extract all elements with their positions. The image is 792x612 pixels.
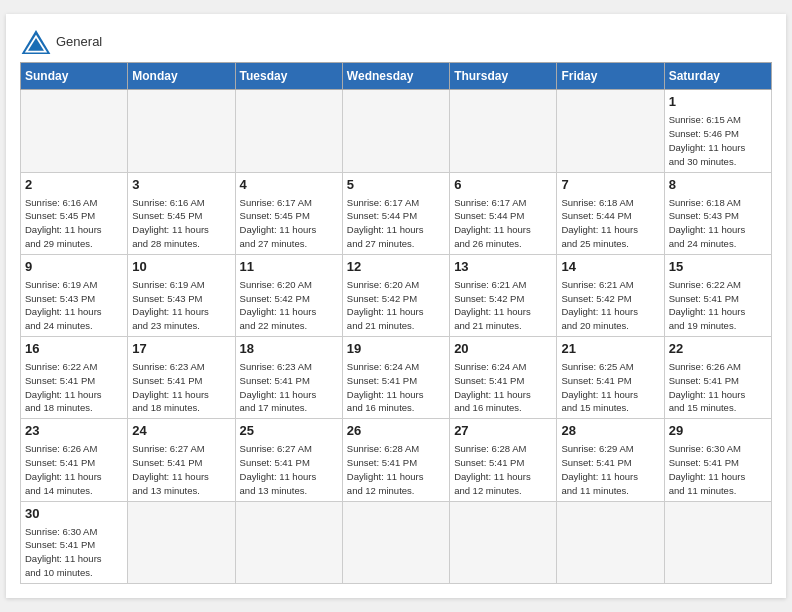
weekday-header-thursday: Thursday (450, 63, 557, 90)
day-info: Sunrise: 6:21 AM Sunset: 5:42 PM Dayligh… (561, 278, 659, 333)
calendar-cell (235, 90, 342, 172)
day-info: Sunrise: 6:16 AM Sunset: 5:45 PM Dayligh… (25, 196, 123, 251)
day-number: 15 (669, 258, 767, 276)
day-info: Sunrise: 6:26 AM Sunset: 5:41 PM Dayligh… (25, 442, 123, 497)
calendar-cell (450, 501, 557, 583)
day-number: 25 (240, 422, 338, 440)
day-info: Sunrise: 6:28 AM Sunset: 5:41 PM Dayligh… (347, 442, 445, 497)
day-number: 19 (347, 340, 445, 358)
day-info: Sunrise: 6:23 AM Sunset: 5:41 PM Dayligh… (240, 360, 338, 415)
day-info: Sunrise: 6:20 AM Sunset: 5:42 PM Dayligh… (240, 278, 338, 333)
day-info: Sunrise: 6:22 AM Sunset: 5:41 PM Dayligh… (25, 360, 123, 415)
logo-text: General (56, 35, 102, 49)
calendar-cell: 8Sunrise: 6:18 AM Sunset: 5:43 PM Daylig… (664, 172, 771, 254)
day-info: Sunrise: 6:22 AM Sunset: 5:41 PM Dayligh… (669, 278, 767, 333)
day-info: Sunrise: 6:28 AM Sunset: 5:41 PM Dayligh… (454, 442, 552, 497)
calendar-cell (128, 501, 235, 583)
day-number: 23 (25, 422, 123, 440)
calendar-cell: 21Sunrise: 6:25 AM Sunset: 5:41 PM Dayli… (557, 337, 664, 419)
day-info: Sunrise: 6:23 AM Sunset: 5:41 PM Dayligh… (132, 360, 230, 415)
calendar-cell: 18Sunrise: 6:23 AM Sunset: 5:41 PM Dayli… (235, 337, 342, 419)
calendar-cell: 6Sunrise: 6:17 AM Sunset: 5:44 PM Daylig… (450, 172, 557, 254)
calendar-cell (235, 501, 342, 583)
day-info: Sunrise: 6:17 AM Sunset: 5:44 PM Dayligh… (454, 196, 552, 251)
weekday-header-tuesday: Tuesday (235, 63, 342, 90)
week-row-4: 16Sunrise: 6:22 AM Sunset: 5:41 PM Dayli… (21, 337, 772, 419)
week-row-2: 2Sunrise: 6:16 AM Sunset: 5:45 PM Daylig… (21, 172, 772, 254)
calendar-cell: 4Sunrise: 6:17 AM Sunset: 5:45 PM Daylig… (235, 172, 342, 254)
day-info: Sunrise: 6:24 AM Sunset: 5:41 PM Dayligh… (347, 360, 445, 415)
day-number: 18 (240, 340, 338, 358)
calendar-cell (21, 90, 128, 172)
day-info: Sunrise: 6:24 AM Sunset: 5:41 PM Dayligh… (454, 360, 552, 415)
calendar-cell: 9Sunrise: 6:19 AM Sunset: 5:43 PM Daylig… (21, 254, 128, 336)
day-number: 17 (132, 340, 230, 358)
calendar-cell (557, 501, 664, 583)
day-info: Sunrise: 6:15 AM Sunset: 5:46 PM Dayligh… (669, 113, 767, 168)
day-number: 13 (454, 258, 552, 276)
day-info: Sunrise: 6:25 AM Sunset: 5:41 PM Dayligh… (561, 360, 659, 415)
calendar-cell: 25Sunrise: 6:27 AM Sunset: 5:41 PM Dayli… (235, 419, 342, 501)
calendar-cell: 14Sunrise: 6:21 AM Sunset: 5:42 PM Dayli… (557, 254, 664, 336)
weekday-header-friday: Friday (557, 63, 664, 90)
day-number: 2 (25, 176, 123, 194)
day-info: Sunrise: 6:17 AM Sunset: 5:45 PM Dayligh… (240, 196, 338, 251)
day-number: 29 (669, 422, 767, 440)
day-number: 12 (347, 258, 445, 276)
weekday-header-saturday: Saturday (664, 63, 771, 90)
calendar-cell: 27Sunrise: 6:28 AM Sunset: 5:41 PM Dayli… (450, 419, 557, 501)
calendar-cell: 19Sunrise: 6:24 AM Sunset: 5:41 PM Dayli… (342, 337, 449, 419)
day-number: 21 (561, 340, 659, 358)
day-number: 5 (347, 176, 445, 194)
calendar-cell: 28Sunrise: 6:29 AM Sunset: 5:41 PM Dayli… (557, 419, 664, 501)
calendar-cell: 16Sunrise: 6:22 AM Sunset: 5:41 PM Dayli… (21, 337, 128, 419)
day-info: Sunrise: 6:17 AM Sunset: 5:44 PM Dayligh… (347, 196, 445, 251)
day-info: Sunrise: 6:18 AM Sunset: 5:43 PM Dayligh… (669, 196, 767, 251)
day-info: Sunrise: 6:30 AM Sunset: 5:41 PM Dayligh… (25, 525, 123, 580)
calendar-cell: 23Sunrise: 6:26 AM Sunset: 5:41 PM Dayli… (21, 419, 128, 501)
calendar-wrapper: General SundayMondayTuesdayWednesdayThur… (6, 14, 786, 598)
day-number: 27 (454, 422, 552, 440)
calendar-cell: 3Sunrise: 6:16 AM Sunset: 5:45 PM Daylig… (128, 172, 235, 254)
day-number: 28 (561, 422, 659, 440)
week-row-3: 9Sunrise: 6:19 AM Sunset: 5:43 PM Daylig… (21, 254, 772, 336)
calendar-cell (557, 90, 664, 172)
calendar-cell: 20Sunrise: 6:24 AM Sunset: 5:41 PM Dayli… (450, 337, 557, 419)
calendar-cell: 10Sunrise: 6:19 AM Sunset: 5:43 PM Dayli… (128, 254, 235, 336)
calendar-cell: 24Sunrise: 6:27 AM Sunset: 5:41 PM Dayli… (128, 419, 235, 501)
calendar-cell (664, 501, 771, 583)
calendar-cell: 30Sunrise: 6:30 AM Sunset: 5:41 PM Dayli… (21, 501, 128, 583)
day-number: 7 (561, 176, 659, 194)
calendar-cell (450, 90, 557, 172)
calendar-cell: 13Sunrise: 6:21 AM Sunset: 5:42 PM Dayli… (450, 254, 557, 336)
header-area: General (20, 24, 772, 56)
calendar-cell: 1Sunrise: 6:15 AM Sunset: 5:46 PM Daylig… (664, 90, 771, 172)
day-number: 11 (240, 258, 338, 276)
calendar-cell: 26Sunrise: 6:28 AM Sunset: 5:41 PM Dayli… (342, 419, 449, 501)
calendar-cell (342, 501, 449, 583)
day-number: 22 (669, 340, 767, 358)
day-number: 20 (454, 340, 552, 358)
day-number: 30 (25, 505, 123, 523)
calendar-cell: 15Sunrise: 6:22 AM Sunset: 5:41 PM Dayli… (664, 254, 771, 336)
day-number: 10 (132, 258, 230, 276)
logo: General (20, 28, 102, 56)
week-row-6: 30Sunrise: 6:30 AM Sunset: 5:41 PM Dayli… (21, 501, 772, 583)
day-info: Sunrise: 6:27 AM Sunset: 5:41 PM Dayligh… (240, 442, 338, 497)
day-number: 9 (25, 258, 123, 276)
day-info: Sunrise: 6:29 AM Sunset: 5:41 PM Dayligh… (561, 442, 659, 497)
weekday-header-row: SundayMondayTuesdayWednesdayThursdayFrid… (21, 63, 772, 90)
day-info: Sunrise: 6:19 AM Sunset: 5:43 PM Dayligh… (25, 278, 123, 333)
week-row-5: 23Sunrise: 6:26 AM Sunset: 5:41 PM Dayli… (21, 419, 772, 501)
day-number: 6 (454, 176, 552, 194)
day-number: 8 (669, 176, 767, 194)
day-info: Sunrise: 6:27 AM Sunset: 5:41 PM Dayligh… (132, 442, 230, 497)
day-info: Sunrise: 6:16 AM Sunset: 5:45 PM Dayligh… (132, 196, 230, 251)
day-number: 16 (25, 340, 123, 358)
day-info: Sunrise: 6:30 AM Sunset: 5:41 PM Dayligh… (669, 442, 767, 497)
day-number: 24 (132, 422, 230, 440)
day-number: 3 (132, 176, 230, 194)
calendar-cell: 2Sunrise: 6:16 AM Sunset: 5:45 PM Daylig… (21, 172, 128, 254)
day-number: 14 (561, 258, 659, 276)
day-info: Sunrise: 6:20 AM Sunset: 5:42 PM Dayligh… (347, 278, 445, 333)
